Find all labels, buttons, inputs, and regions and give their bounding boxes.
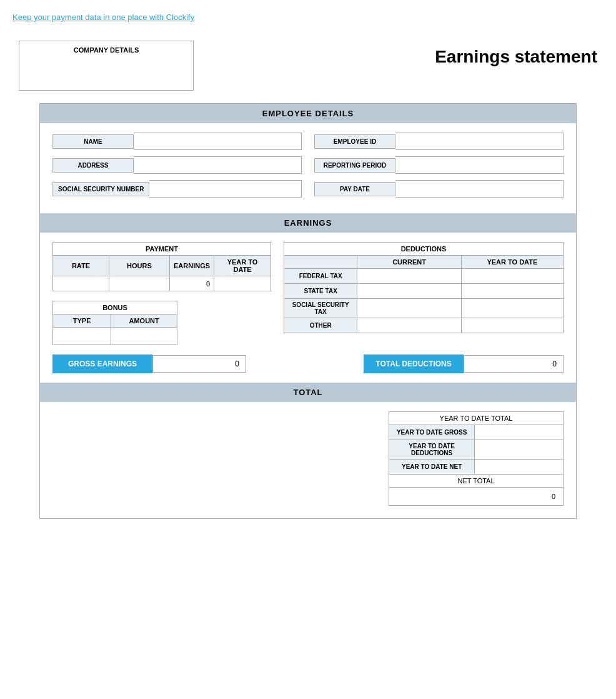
reporting-period-label: REPORTING PERIOD [314,158,395,173]
main-container: EMPLOYEE DETAILS NAME EMPLOYEE ID ADDRES… [39,103,577,519]
ytd-deductions-value [475,440,564,460]
employee-details-header: EMPLOYEE DETAILS [40,104,576,123]
deduction-current-header: CURRENT [357,256,461,269]
earnings-value: 0 [169,276,214,291]
employee-id-label: EMPLOYEE ID [314,134,395,149]
state-tax-current-input[interactable] [361,286,457,296]
employee-id-input[interactable] [395,133,564,150]
ytd-net-input[interactable] [479,462,559,471]
clockify-link[interactable]: Keep your payment data in one place with… [12,13,194,22]
social-security-current-input[interactable] [361,304,457,313]
rate-col-header: RATE [53,256,109,276]
federal-tax-row: FEDERAL TAX [284,269,564,284]
ssn-input[interactable] [149,180,302,198]
bonus-table: BONUS TYPE AMOUNT [52,301,177,345]
gross-earnings-group: GROSS EARNINGS 0 [52,355,246,373]
totals-row: GROSS EARNINGS 0 TOTAL DEDUCTIONS 0 [52,355,564,373]
company-details-box: COMPANY DETAILS [19,41,194,91]
payment-table-container: PAYMENT RATE HOURS EARNINGS YEAR TO DATE [52,242,271,345]
ytd-net-label: YEAR TO DATE NET [389,460,475,475]
employee-row-3: SOCIAL SECURITY NUMBER PAY DATE [52,180,564,198]
reporting-period-input[interactable] [395,156,564,174]
net-total-value-row: 0 [389,488,564,506]
ytd-table: YEAR TO DATE TOTAL YEAR TO DATE GROSS YE… [389,411,564,506]
ytd-title: YEAR TO DATE TOTAL [389,412,564,425]
ytd-net-value [475,460,564,475]
federal-tax-label: FEDERAL TAX [284,269,357,284]
bonus-amount-header: AMOUNT [111,314,177,328]
page-header: COMPANY DETAILS Earnings statement [12,41,604,91]
hours-col-header: HOURS [109,256,170,276]
total-section: YEAR TO DATE TOTAL YEAR TO DATE GROSS YE… [40,402,576,518]
social-security-label: SOCIAL SECURITY TAX [284,299,357,318]
other-ytd-input[interactable] [465,321,559,330]
total-deductions-group: TOTAL DEDUCTIONS 0 [364,355,564,373]
employee-details-section: NAME EMPLOYEE ID ADDRESS REPORTING PERIO… [40,123,576,213]
ssn-field-group: SOCIAL SECURITY NUMBER [52,180,302,198]
bonus-section: BONUS TYPE AMOUNT [52,301,271,345]
name-field-group: NAME [52,133,302,150]
earnings-section: PAYMENT RATE HOURS EARNINGS YEAR TO DATE [40,233,576,383]
hours-input[interactable] [113,279,166,288]
net-total-number: 0 [393,490,559,503]
net-total-value: 0 [389,488,564,506]
reporting-period-field-group: REPORTING PERIOD [314,156,564,174]
address-label: ADDRESS [52,158,134,173]
earnings-col-header: EARNINGS [169,256,214,276]
earnings-header: EARNINGS [40,213,576,233]
ytd-gross-value [475,425,564,440]
deduction-label-header [284,256,357,269]
company-details-label: COMPANY DETAILS [24,46,188,54]
state-tax-ytd-input[interactable] [465,286,559,296]
pay-date-label: PAY DATE [314,182,395,196]
ytd-gross-row: YEAR TO DATE GROSS [389,425,564,440]
net-total-label: NET TOTAL [389,475,564,488]
bonus-amount-input[interactable] [115,331,173,341]
employee-id-field-group: EMPLOYEE ID [314,133,564,150]
ytd-input[interactable] [218,279,267,288]
total-section-header: TOTAL [40,383,576,402]
pay-date-input[interactable] [395,180,564,198]
state-tax-row: STATE TAX [284,284,564,299]
net-total-label-row: NET TOTAL [389,475,564,488]
other-current-input[interactable] [361,321,457,330]
bonus-type-input[interactable] [57,331,107,341]
document-title: Earnings statement [435,47,597,67]
state-tax-label: STATE TAX [284,284,357,299]
ytd-table-wrapper: YEAR TO DATE TOTAL YEAR TO DATE GROSS YE… [389,411,564,506]
ytd-title-row: YEAR TO DATE TOTAL [389,412,564,425]
ssn-label: SOCIAL SECURITY NUMBER [52,182,149,196]
social-security-row: SOCIAL SECURITY TAX [284,299,564,318]
ytd-deductions-row: YEAR TO DATE DEDUCTIONS [389,440,564,460]
address-field-group: ADDRESS [52,156,302,174]
other-row: OTHER [284,318,564,333]
employee-row-2: ADDRESS REPORTING PERIOD [52,156,564,174]
ytd-gross-input[interactable] [479,428,559,437]
payment-table: PAYMENT RATE HOURS EARNINGS YEAR TO DATE [52,242,271,291]
bonus-title: BONUS [53,301,177,314]
deductions-table: DEDUCTIONS CURRENT YEAR TO DATE FEDERAL … [284,242,564,333]
social-security-ytd-input[interactable] [465,304,559,313]
total-deductions-value: 0 [464,355,564,373]
other-label: OTHER [284,318,357,333]
deduction-ytd-header: YEAR TO DATE [461,256,563,269]
ytd-net-row: YEAR TO DATE NET [389,460,564,475]
ytd-gross-label: YEAR TO DATE GROSS [389,425,475,440]
employee-row-1: NAME EMPLOYEE ID [52,133,564,150]
payment-row: 0 [53,276,271,291]
name-input[interactable] [134,133,302,150]
ytd-deductions-input[interactable] [479,445,559,455]
name-label: NAME [52,134,134,149]
gross-earnings-label: GROSS EARNINGS [52,355,152,373]
total-deductions-label: TOTAL DEDUCTIONS [364,355,464,373]
rate-input[interactable] [57,279,105,288]
ytd-container: YEAR TO DATE TOTAL YEAR TO DATE GROSS YE… [52,411,564,506]
gross-earnings-value: 0 [152,355,246,373]
federal-tax-current-input[interactable] [361,271,457,281]
ytd-deductions-label: YEAR TO DATE DEDUCTIONS [389,440,475,460]
earnings-inner: PAYMENT RATE HOURS EARNINGS YEAR TO DATE [52,242,564,345]
address-input[interactable] [134,156,302,174]
federal-tax-ytd-input[interactable] [465,271,559,281]
deductions-table-container: DEDUCTIONS CURRENT YEAR TO DATE FEDERAL … [284,242,564,345]
pay-date-field-group: PAY DATE [314,180,564,198]
